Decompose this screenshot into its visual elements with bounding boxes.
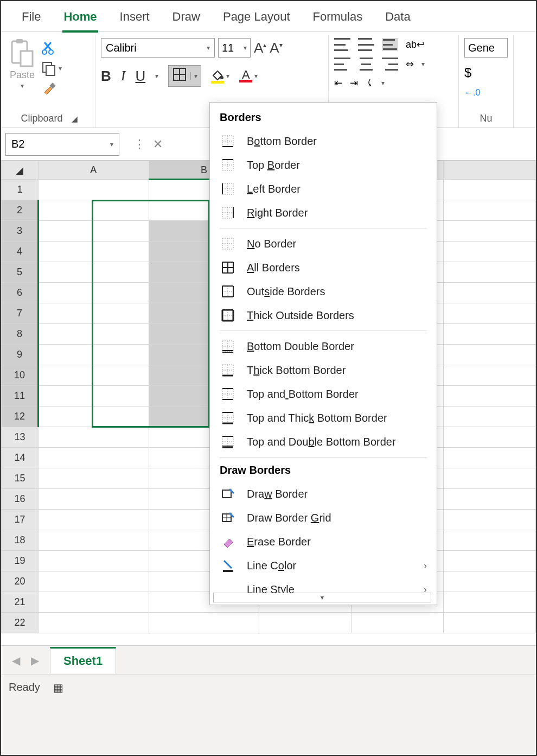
- decrease-font-size-button[interactable]: A▾: [270, 40, 282, 56]
- row-header-12[interactable]: 12: [2, 406, 39, 427]
- cell[interactable]: [444, 489, 536, 510]
- border-menu-item[interactable]: Left Border: [210, 177, 437, 201]
- menu-scroll-indicator[interactable]: ▾: [213, 593, 431, 602]
- row-header-17[interactable]: 17: [2, 510, 39, 530]
- align-top-button[interactable]: [334, 38, 350, 51]
- border-menu-item[interactable]: No Border: [210, 232, 437, 256]
- font-color-button[interactable]: A ▾: [239, 70, 258, 82]
- tab-file[interactable]: File: [21, 7, 42, 30]
- cancel-formula-button[interactable]: ✕: [153, 137, 163, 151]
- increase-font-size-button[interactable]: A▴: [254, 40, 266, 56]
- sheet-nav-next[interactable]: ▶: [31, 654, 39, 667]
- name-box[interactable]: B2 ▾: [5, 133, 119, 156]
- row-header-7[interactable]: 7: [2, 303, 39, 324]
- cell[interactable]: [444, 345, 536, 365]
- row-header-9[interactable]: 9: [2, 345, 39, 365]
- border-menu-item[interactable]: Top and Double Bottom Border: [210, 430, 437, 454]
- row-header-16[interactable]: 16: [2, 489, 39, 510]
- cell[interactable]: [444, 242, 536, 262]
- row-header-8[interactable]: 8: [2, 324, 39, 345]
- row-header-20[interactable]: 20: [2, 571, 39, 592]
- cell[interactable]: [38, 468, 149, 489]
- cell[interactable]: [444, 283, 536, 303]
- border-menu-item[interactable]: Thick Bottom Border: [210, 358, 437, 382]
- row-header-2[interactable]: 2: [2, 200, 39, 221]
- cell[interactable]: [444, 592, 536, 613]
- cell[interactable]: [38, 448, 149, 468]
- number-format-select[interactable]: Gene: [464, 38, 508, 58]
- merge-cells-button[interactable]: ⇔: [406, 58, 414, 70]
- row-header-3[interactable]: 3: [2, 221, 39, 242]
- bold-button[interactable]: B: [101, 68, 111, 85]
- chevron-down-icon[interactable]: ▾: [421, 60, 425, 68]
- align-right-button[interactable]: [382, 58, 398, 71]
- cell[interactable]: [38, 283, 149, 303]
- align-bottom-button[interactable]: [382, 38, 398, 51]
- cell[interactable]: [38, 303, 149, 324]
- cell[interactable]: [259, 613, 351, 633]
- cell[interactable]: [444, 365, 536, 386]
- cell[interactable]: [38, 592, 149, 613]
- record-macro-icon[interactable]: ▦: [53, 681, 63, 694]
- row-header-21[interactable]: 21: [2, 592, 39, 613]
- cell[interactable]: [38, 180, 149, 200]
- cell[interactable]: [38, 613, 149, 633]
- cell[interactable]: [38, 365, 149, 386]
- cell[interactable]: [444, 571, 536, 592]
- cell[interactable]: [444, 180, 536, 200]
- border-menu-item[interactable]: Outside Borders: [210, 279, 437, 303]
- select-all-corner[interactable]: ◢: [2, 161, 39, 180]
- row-header-4[interactable]: 4: [2, 242, 39, 262]
- cut-button[interactable]: [41, 40, 62, 55]
- border-menu-item[interactable]: All Borders: [210, 256, 437, 279]
- cell[interactable]: [444, 221, 536, 242]
- borders-button[interactable]: [169, 67, 190, 86]
- cell[interactable]: [444, 324, 536, 345]
- cell[interactable]: [444, 303, 536, 324]
- col-header-blank[interactable]: [444, 161, 536, 180]
- border-menu-item[interactable]: Draw Border: [210, 482, 437, 506]
- borders-split-button[interactable]: ▾: [168, 65, 201, 87]
- wrap-text-button[interactable]: ab↩: [406, 39, 425, 50]
- row-header-1[interactable]: 1: [2, 180, 39, 200]
- cell[interactable]: [444, 427, 536, 448]
- cell[interactable]: [38, 242, 149, 262]
- tab-insert[interactable]: Insert: [119, 7, 151, 30]
- align-left-button[interactable]: [334, 58, 350, 71]
- row-header-14[interactable]: 14: [2, 448, 39, 468]
- cell[interactable]: [38, 221, 149, 242]
- cell[interactable]: [444, 262, 536, 283]
- dialog-launcher-icon[interactable]: ◢: [72, 115, 78, 123]
- font-name-select[interactable]: Calibri ▾: [101, 38, 215, 58]
- cell[interactable]: [38, 386, 149, 406]
- border-menu-item[interactable]: Top Border: [210, 153, 437, 177]
- border-menu-item[interactable]: Bottom Double Border: [210, 334, 437, 358]
- border-menu-item[interactable]: Top and Thick Bottom Border: [210, 406, 437, 430]
- paste-button[interactable]: Paste ▾: [9, 38, 36, 90]
- cell[interactable]: [38, 489, 149, 510]
- row-header-15[interactable]: 15: [2, 468, 39, 489]
- border-menu-item[interactable]: Thick Outside Borders: [210, 303, 437, 327]
- border-menu-item[interactable]: Right Border: [210, 201, 437, 225]
- tab-home[interactable]: Home: [62, 7, 98, 33]
- cell[interactable]: [38, 427, 149, 448]
- border-menu-item[interactable]: Line Color›: [210, 554, 437, 577]
- cell[interactable]: [444, 613, 536, 633]
- cell[interactable]: [351, 613, 444, 633]
- cell[interactable]: [444, 468, 536, 489]
- cell[interactable]: [149, 613, 259, 633]
- tab-formulas[interactable]: Formulas: [312, 7, 364, 30]
- cell[interactable]: [444, 510, 536, 530]
- chevron-down-icon[interactable]: ▾: [381, 79, 385, 87]
- cell[interactable]: [38, 510, 149, 530]
- cell[interactable]: [38, 345, 149, 365]
- cell[interactable]: [38, 200, 149, 221]
- format-painter-button[interactable]: [41, 81, 62, 97]
- cell[interactable]: [38, 571, 149, 592]
- copy-button[interactable]: ▾: [41, 61, 62, 76]
- cell[interactable]: [444, 200, 536, 221]
- cell[interactable]: [38, 530, 149, 551]
- row-header-10[interactable]: 10: [2, 365, 39, 386]
- border-menu-item[interactable]: Draw Border Grid: [210, 506, 437, 530]
- italic-button[interactable]: I: [121, 68, 126, 84]
